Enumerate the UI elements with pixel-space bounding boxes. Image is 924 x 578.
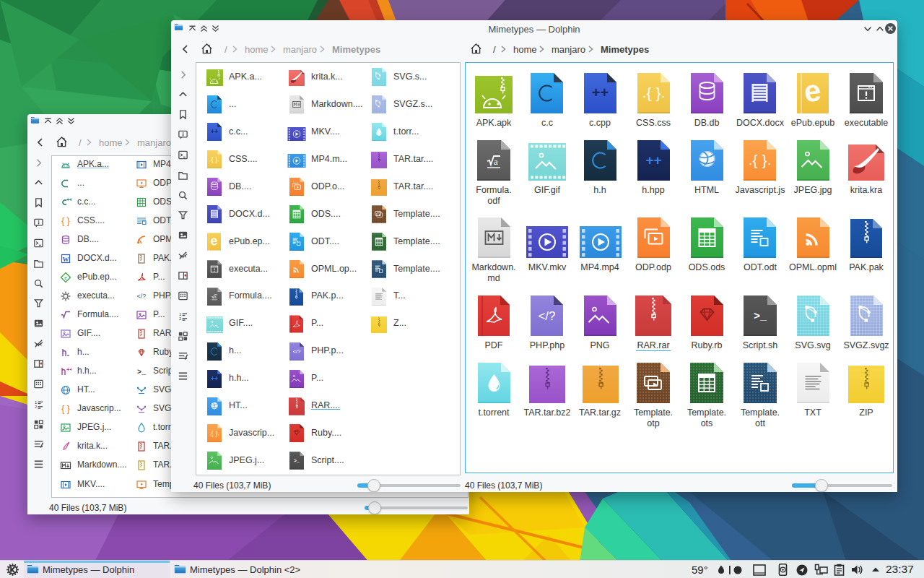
svg-text:e: e — [803, 73, 823, 108]
svg-text:++: ++ — [66, 366, 71, 373]
svg-text:W: W — [63, 256, 69, 263]
svg-text:>_: >_ — [137, 368, 147, 376]
svg-text:e: e — [64, 275, 67, 281]
svg-text:>_: >_ — [294, 459, 300, 464]
svg-text:2: 2 — [35, 404, 38, 409]
svg-text:>_: >_ — [754, 311, 767, 323]
svg-text:{ }: { } — [61, 216, 69, 226]
svg-text:2: 2 — [179, 316, 182, 321]
svg-text:++: ++ — [645, 152, 661, 168]
svg-text:++: ++ — [66, 197, 71, 202]
svg-text:</?: </? — [137, 293, 147, 300]
svg-text:{ }: { } — [753, 152, 767, 168]
svg-text:{ }: { } — [646, 85, 661, 101]
svg-text:e: e — [210, 233, 219, 249]
svg-text:</?: </? — [293, 348, 301, 355]
svg-text:{ }: { } — [61, 404, 69, 414]
svg-text:</?: </? — [539, 309, 556, 323]
svg-text:++: ++ — [592, 85, 609, 100]
svg-text:++: ++ — [211, 128, 218, 135]
svg-text:a: a — [494, 156, 498, 167]
svg-text:{ }: { } — [212, 430, 218, 437]
svg-text:++: ++ — [211, 375, 218, 382]
svg-text:{ }: { } — [212, 156, 218, 163]
